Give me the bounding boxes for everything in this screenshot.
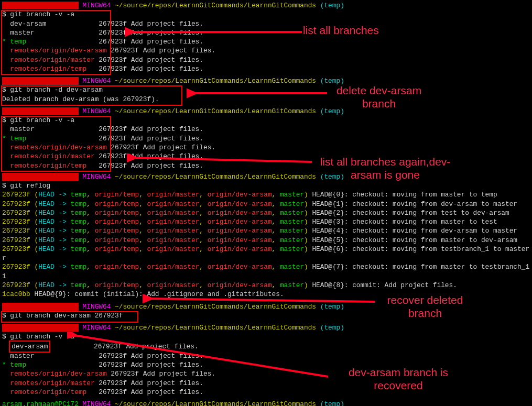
- prompt-host: MINGW64: [83, 173, 111, 181]
- annotation-delete-branch: delete dev-arsam branch: [327, 84, 431, 110]
- prompt-host: MINGW64: [83, 324, 111, 332]
- svg-line-4: [74, 335, 328, 377]
- prompt-branch: (temp): [320, 324, 344, 332]
- prompt-host: MINGW64: [83, 400, 111, 406]
- prompt-user: arsam.rahmaan@PC172: [2, 400, 79, 406]
- prompt-host: MINGW64: [83, 2, 111, 9]
- prompt-user-redacted: ███████████████████: [2, 107, 79, 115]
- prompt-user-redacted: ███████████████████: [2, 2, 79, 9]
- arrow-icon: [187, 88, 328, 98]
- svg-line-2: [134, 158, 312, 162]
- prompt-branch: (temp): [320, 2, 344, 9]
- arrow-icon: [125, 27, 303, 37]
- prompt-path: ~/source/repos/LearnnGitCommands/LearnnG…: [115, 400, 316, 406]
- arrow-icon: [67, 332, 329, 379]
- prompt-host: MINGW64: [83, 303, 111, 311]
- prompt-path: ~/source/repos/LearnnGitCommands/LearnnG…: [115, 324, 316, 332]
- prompt-user-redacted: ███████████████████: [2, 303, 79, 311]
- branch-list: $ git branch -v -a dev-arsam 267923f Add…: [2, 10, 532, 73]
- prompt-path: ~/source/repos/LearnnGitCommands/LearnnG…: [115, 107, 316, 115]
- arrow-icon: [143, 294, 376, 305]
- prompt-path: ~/source/repos/LearnnGitCommands/LearnnG…: [115, 2, 316, 9]
- prompt-user-redacted: ███████████████████: [2, 173, 79, 181]
- svg-line-3: [150, 299, 375, 302]
- prompt-host: MINGW64: [83, 77, 111, 85]
- annotation-recovered: dev-arsam branch is recovered: [330, 366, 466, 392]
- annotation-list-branches: list all branches: [303, 24, 379, 37]
- prompt-user-redacted: ███████████████████: [2, 324, 79, 332]
- annotation-recover: recover deleted branch: [375, 293, 475, 320]
- prompt-path: ~/source/repos/LearnnGitCommands/LearnnG…: [115, 77, 316, 85]
- prompt-path: ~/source/repos/LearnnGitCommands/LearnnG…: [115, 173, 316, 181]
- prompt-branch: (temp): [320, 400, 344, 406]
- prompt-host: MINGW64: [83, 107, 111, 115]
- arrow-icon: [127, 153, 313, 164]
- annotation-list-again: list all branches again,dev-arsam is gon…: [309, 155, 461, 181]
- prompt-user-redacted: ███████████████████: [2, 77, 79, 85]
- reflog-output: $ git reflog 267923f (HEAD -> temp, orig…: [2, 181, 532, 299]
